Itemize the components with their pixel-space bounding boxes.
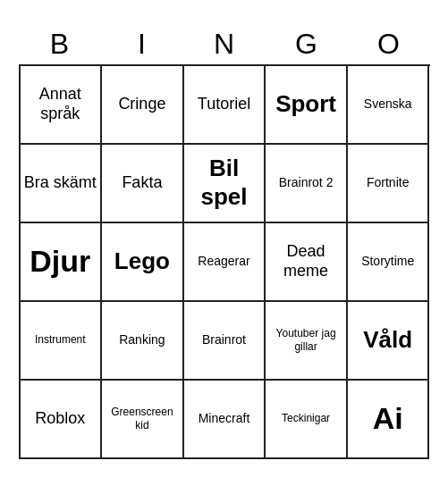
cell-text: Brainrot 2 bbox=[269, 175, 342, 190]
bingo-cell: Våld bbox=[348, 302, 430, 381]
cell-text: Brainrot bbox=[188, 332, 261, 348]
bingo-cell: Fortnite bbox=[348, 145, 430, 223]
cell-text: Svenska bbox=[351, 96, 425, 112]
cell-text: Ranking bbox=[106, 332, 179, 348]
bingo-cell: Ai bbox=[348, 381, 430, 459]
bingo-cell: Storytime bbox=[348, 223, 430, 302]
bingo-cell: Fakta bbox=[102, 145, 184, 223]
title-n: N bbox=[185, 28, 264, 61]
cell-text: Våld bbox=[351, 326, 425, 354]
cell-text: Fakta bbox=[106, 173, 179, 193]
bingo-title: B I N G O bbox=[19, 28, 430, 61]
cell-text: Sport bbox=[269, 90, 342, 118]
bingo-cell: Greenscreen kid bbox=[102, 381, 184, 459]
cell-text: Djur bbox=[24, 243, 97, 280]
title-g: G bbox=[267, 28, 346, 61]
title-i: I bbox=[103, 28, 182, 61]
cell-text: Instrument bbox=[24, 333, 97, 346]
title-b: B bbox=[21, 28, 99, 61]
cell-text: Tutoriel bbox=[188, 95, 261, 114]
bingo-cell: Cringe bbox=[102, 66, 184, 145]
bingo-cell: Minecraft bbox=[184, 381, 266, 459]
cell-text: Lego bbox=[106, 247, 179, 275]
bingo-card: B I N G O Annat språkCringeTutorielSport… bbox=[10, 19, 439, 468]
bingo-cell: Brainrot 2 bbox=[266, 145, 348, 223]
bingo-cell: Youtuber jag gillar bbox=[266, 302, 348, 381]
bingo-cell: Teckinigar bbox=[266, 381, 348, 459]
cell-text: Roblox bbox=[24, 409, 97, 429]
cell-text: Storytime bbox=[351, 254, 425, 269]
cell-text: Bil spel bbox=[188, 155, 261, 210]
cell-text: Annat språk bbox=[24, 85, 97, 123]
bingo-cell: Svenska bbox=[348, 66, 430, 145]
bingo-grid: Annat språkCringeTutorielSportSvenskaBra… bbox=[19, 64, 430, 459]
cell-text: Dead meme bbox=[269, 242, 342, 281]
cell-text: Cringe bbox=[106, 95, 179, 114]
bingo-cell: Roblox bbox=[21, 381, 103, 459]
bingo-cell: Bil spel bbox=[184, 145, 266, 223]
bingo-cell: Instrument bbox=[21, 302, 103, 381]
bingo-cell: Brainrot bbox=[184, 302, 266, 381]
cell-text: Reagerar bbox=[188, 254, 261, 269]
cell-text: Minecraft bbox=[188, 411, 261, 426]
cell-text: Teckinigar bbox=[269, 412, 342, 424]
cell-text: Ai bbox=[351, 400, 425, 437]
cell-text: Greenscreen kid bbox=[106, 406, 179, 432]
bingo-cell: Djur bbox=[21, 223, 103, 302]
bingo-cell: Reagerar bbox=[184, 223, 266, 302]
bingo-cell: Sport bbox=[266, 66, 348, 145]
bingo-cell: Ranking bbox=[102, 302, 184, 381]
bingo-cell: Annat språk bbox=[21, 66, 103, 145]
cell-text: Fortnite bbox=[351, 175, 425, 190]
bingo-cell: Bra skämt bbox=[21, 145, 103, 223]
bingo-cell: Tutoriel bbox=[184, 66, 266, 145]
bingo-cell: Dead meme bbox=[266, 223, 348, 302]
bingo-cell: Lego bbox=[102, 223, 184, 302]
title-o: O bbox=[350, 28, 428, 61]
cell-text: Bra skämt bbox=[24, 173, 97, 193]
cell-text: Youtuber jag gillar bbox=[269, 327, 342, 353]
